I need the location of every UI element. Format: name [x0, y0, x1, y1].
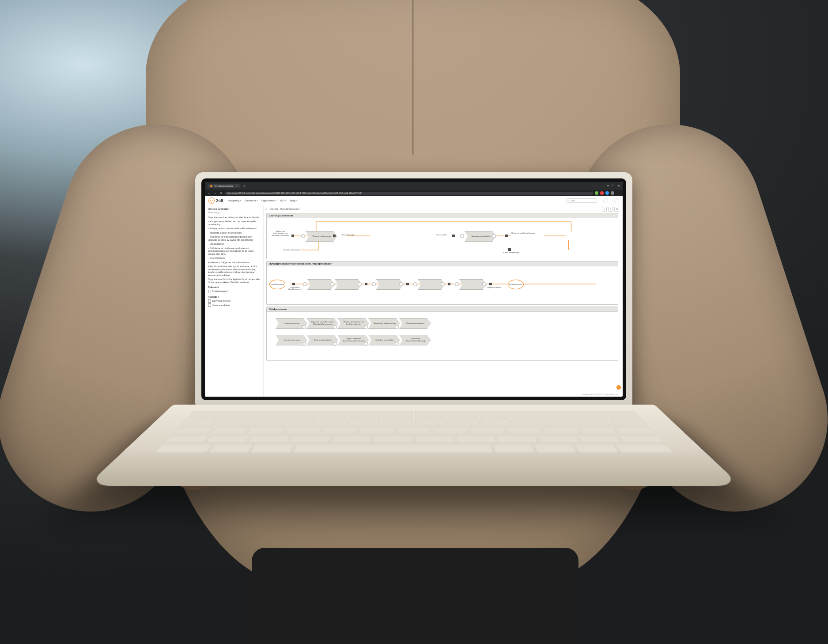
anvands-link[interactable]: Hantera avvikelser	[208, 303, 260, 307]
event-icon	[333, 235, 336, 237]
trigger-text: Processutfall	[430, 234, 452, 236]
settings-button[interactable]: ⚙	[614, 207, 619, 212]
output-text: Beslut korrigeringar	[501, 252, 522, 254]
connector-node[interactable]	[333, 342, 337, 346]
new-tab-button[interactable]: +	[243, 185, 245, 188]
browser-titlebar: Huvudprocesskarta × + ━ ▢ ✕	[205, 182, 623, 190]
window-controls: ━ ▢ ✕	[607, 184, 620, 188]
event-icon	[452, 235, 455, 237]
sidebar-bullet: – leverantörbevis	[208, 257, 260, 260]
header-action-1[interactable]	[603, 198, 608, 203]
sidebar-intro: Organisationen kan få/ännu en eller fler…	[208, 216, 260, 219]
app-logo[interactable]: 2c8	[208, 197, 223, 204]
sidebar-bullet: – korrigera en avvikelse med t.ex. repar…	[208, 220, 260, 226]
sidebar-body2: Organisationen bör vidta åtgärder för at…	[208, 278, 260, 284]
event-icon	[508, 248, 511, 251]
sidebar-bullet: – utförandebevis	[208, 242, 260, 246]
sidebar-note: Avvikelser och åtgärder ska dokumenteras…	[208, 261, 260, 264]
zoom-fit-button[interactable]: ⤢	[602, 207, 607, 212]
menu-navigering[interactable]: Navigering	[228, 199, 242, 202]
person-legs	[252, 548, 578, 644]
browser-addressbar: ← → ⟳ https://project05.2c8.com/publishe…	[205, 190, 623, 196]
connector-node[interactable]	[399, 282, 403, 286]
connector-node[interactable]	[460, 234, 464, 238]
main-canvas: ⌂ Översikt Huvudprocesskarta ⤢ ⇪ ⚙ Ledni…	[264, 205, 623, 397]
url-field[interactable]: https://project05.2c8.com/published/mode…	[225, 192, 593, 195]
lane-header: Stödprocesser	[267, 307, 618, 312]
connector-node[interactable]	[302, 342, 306, 346]
close-icon[interactable]: ×	[236, 185, 237, 187]
trigger-text: Behov och förvärldningar från relevanta …	[270, 231, 291, 236]
lane-header: Huvudprocesser/ Kärnprocesser/ Affärspro…	[267, 261, 618, 266]
event-icon	[291, 235, 294, 237]
connector-node[interactable]	[395, 325, 399, 329]
browser-tab[interactable]: Huvudprocesskarta ×	[208, 184, 240, 188]
laptop-lid: Huvudprocesskarta × + ━ ▢ ✕ ← → ⟳ https:…	[195, 172, 632, 406]
canvas-tools: ⤢ ⇪ ⚙	[602, 207, 619, 212]
connector-node[interactable]	[303, 282, 307, 286]
anvands-link[interactable]: Samverka resurser	[208, 299, 260, 303]
anvands-label: Samverka resurser	[212, 299, 231, 303]
anvands-label: Hantera avvikelser	[212, 304, 230, 307]
lane-header: Ledningsprocesser	[267, 213, 618, 218]
main-menu: Navigering Dokument Organisation ISO Hjä…	[228, 199, 298, 202]
menu-dokument[interactable]: Dokument	[245, 199, 257, 202]
connector-node[interactable]	[301, 234, 305, 238]
reload-button[interactable]: ⟳	[219, 191, 223, 195]
menu-iso[interactable]: ISO	[280, 199, 287, 202]
search-icon: ⌕	[568, 199, 570, 202]
back-button[interactable]: ←	[208, 191, 212, 195]
output-text: Tillgodosett behov	[485, 287, 503, 288]
event-icon	[448, 283, 450, 285]
forward-button[interactable]: →	[213, 191, 217, 195]
extension-icon[interactable]	[595, 191, 598, 195]
connector-node[interactable]	[333, 325, 337, 329]
connector-node[interactable]	[492, 234, 496, 238]
crumb[interactable]: Översikt	[270, 208, 278, 210]
menu-organisation[interactable]: Organisation	[261, 199, 277, 202]
extension-icon[interactable]	[600, 191, 604, 195]
search-input[interactable]: ⌕ Filtr	[566, 198, 597, 203]
connector-node[interactable]	[330, 282, 334, 286]
home-icon[interactable]: ⌂	[265, 208, 267, 210]
sidebar-bullet: – få tillåtelse för framställning av pro…	[208, 235, 260, 241]
extension-icon[interactable]	[605, 191, 609, 195]
screen-bezel: Huvudprocesskarta × + ━ ▢ ✕ ← → ⟳ https:…	[201, 178, 626, 400]
keyboard	[154, 411, 674, 453]
connector-node[interactable]	[302, 325, 306, 329]
menu-hjalp[interactable]: Hjälp	[290, 199, 298, 202]
footer-text: Uppdaterad 2023-06-01 · Processkarta v1.…	[582, 393, 618, 395]
breadcrumb: ⌂ Översikt Huvudprocesskarta	[265, 207, 619, 211]
connector-node[interactable]	[364, 325, 368, 329]
share-button[interactable]: ⇪	[608, 207, 613, 212]
actor-oval[interactable]: Kund/Intressent	[508, 280, 524, 289]
file-icon	[208, 299, 211, 303]
event-icon	[365, 283, 367, 285]
connector-node[interactable]	[482, 282, 486, 286]
connector-node[interactable]	[413, 282, 417, 286]
info-button[interactable]: i	[616, 385, 621, 390]
support-process[interactable]: Genomföra leverantörsbedömning	[399, 335, 431, 345]
event-icon	[505, 235, 508, 237]
connector-node[interactable]	[395, 342, 399, 346]
crumb[interactable]: Huvudprocesskarta	[280, 208, 299, 210]
documents-header: Dokument	[208, 286, 260, 289]
support-process[interactable]: Genomföra revisioner	[399, 318, 431, 329]
connector-node[interactable]	[455, 282, 459, 286]
close-window-button[interactable]: ✕	[617, 184, 620, 188]
output-text: Förutsättningar	[337, 234, 359, 236]
header-action-2[interactable]	[614, 198, 619, 203]
maximize-button[interactable]: ▢	[612, 184, 615, 188]
connector-node[interactable]	[358, 282, 362, 286]
actor-oval[interactable]: Kund/Intressent	[269, 280, 285, 289]
tab-favicon	[210, 185, 212, 187]
browser-menu-button[interactable]: ⋮	[616, 191, 620, 195]
extension-icon[interactable]	[611, 191, 614, 195]
document-link[interactable]: Avvikelserapport	[208, 290, 260, 293]
connector-node[interactable]	[372, 282, 376, 286]
connector-node[interactable]	[441, 282, 445, 286]
anvands-header: Används i	[208, 295, 260, 299]
minimize-button[interactable]: ━	[607, 184, 609, 188]
connector-node[interactable]	[364, 342, 368, 346]
sidebar-bullet: – informera kunden om avvikelsen	[208, 231, 260, 235]
